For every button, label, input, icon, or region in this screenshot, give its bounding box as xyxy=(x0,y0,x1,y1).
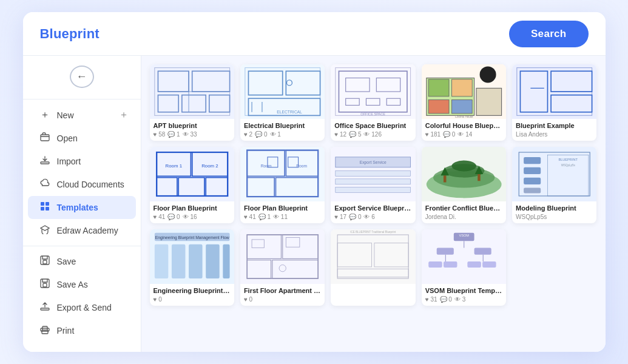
sidebar-item-open[interactable]: Open xyxy=(28,127,136,150)
back-button[interactable]: ← xyxy=(70,66,94,88)
svg-rect-87 xyxy=(524,157,541,164)
svg-rect-40 xyxy=(428,79,449,96)
template-card-export-service[interactable]: Export Service Export Service Blueprint … xyxy=(331,147,415,223)
template-card-example[interactable]: Blueprint Example Lisa Anders xyxy=(512,64,596,141)
svg-rect-4 xyxy=(41,207,44,211)
svg-point-80 xyxy=(451,161,476,172)
sidebar-item-new[interactable]: ＋ New ＋ xyxy=(28,103,136,127)
sidebar-label-open: Open xyxy=(57,133,78,143)
app-container: Blueprint Search ← ＋ New ＋ Open xyxy=(23,12,606,352)
template-card-colorful[interactable]: Colorful House Colorful House Blueprint … xyxy=(422,64,506,141)
template-info-colorful: Colorful House Blueprint ♥ 181 💬 0 👁 14 xyxy=(422,119,506,141)
template-card-floorplan2[interactable]: Room Room Floor Plan Blueprint ♥ 41 💬 1 … xyxy=(240,147,325,223)
cloud-icon xyxy=(39,178,51,190)
svg-rect-44 xyxy=(476,88,502,115)
svg-rect-101 xyxy=(223,244,229,278)
svg-rect-125 xyxy=(444,261,457,268)
sidebar-item-export[interactable]: Export & Send xyxy=(28,296,136,319)
svg-rect-111 xyxy=(332,229,414,284)
sidebar: ← ＋ New ＋ Open Import xyxy=(23,56,141,352)
template-card-frontier[interactable]: Frontier Conflict Blueprints Jordena Di. xyxy=(422,147,506,223)
templates-icon xyxy=(39,201,51,214)
template-card-electrical[interactable]: ELECTRICAL Electrical Blueprint ♥ 2 💬 0 … xyxy=(240,64,325,141)
sidebar-label-templates: Templates xyxy=(57,203,98,212)
template-meta-frontier: Jordena Di. xyxy=(425,214,502,220)
template-meta-example: Lisa Anders xyxy=(516,131,593,138)
svg-text:Room: Room xyxy=(296,164,307,168)
sidebar-item-print[interactable]: Print xyxy=(28,319,136,342)
template-meta-floorplan1: ♥ 41 💬 0 👁 16 xyxy=(154,214,231,220)
template-card-first-floor[interactable]: First Floor Apartment Blueprint ♥ 0 xyxy=(240,229,325,306)
svg-rect-90 xyxy=(524,188,541,194)
sidebar-item-templates[interactable]: Templates xyxy=(28,196,136,219)
template-meta-electrical: ♥ 2 💬 0 👁 1 xyxy=(244,131,321,138)
template-thumbnail-blank: ICE BLUEPRINT Traditional Blueprint xyxy=(331,229,415,284)
template-card-vsom[interactable]: VSOM VSOM Blueprint Template ♥ 31 💬 0 👁 … xyxy=(422,229,506,306)
svg-rect-73 xyxy=(336,179,411,184)
template-meta-modeling: WSQpLp5s xyxy=(516,214,593,220)
template-info-export-service: Export Service Blueprint ♥ 17 💬 0 👁 6 xyxy=(331,201,415,223)
save-icon xyxy=(39,255,51,268)
svg-text:ICE BLUEPRINT Traditional Blue: ICE BLUEPRINT Traditional Blueprint xyxy=(351,231,397,234)
template-info-floorplan1: Floor Plan Blueprint ♥ 41 💬 0 👁 16 xyxy=(150,201,234,223)
template-info-frontier: Frontier Conflict Blueprints Jordena Di. xyxy=(422,201,506,223)
new-icon: ＋ xyxy=(39,109,51,121)
template-card-floorplan1[interactable]: Room 1 Room 2 Floor Plan Blueprint ♥ 41 … xyxy=(150,147,234,223)
template-name-modeling: Modeling Blueprint xyxy=(516,204,593,212)
template-card-engineering[interactable]: Engineering Blueprint Management Flow En… xyxy=(150,229,234,306)
svg-rect-5 xyxy=(46,207,49,211)
template-info-blank xyxy=(331,284,415,292)
svg-rect-72 xyxy=(336,170,411,176)
template-name-electrical: Electrical Blueprint xyxy=(244,122,321,129)
template-name-engineering: Engineering Blueprint Management Flow xyxy=(154,287,231,294)
svg-rect-88 xyxy=(524,167,541,174)
template-info-modeling: Modeling Blueprint WSQpLp5s xyxy=(512,201,596,223)
sidebar-label-print: Print xyxy=(57,326,75,335)
template-name-frontier: Frontier Conflict Blueprints xyxy=(425,204,502,212)
main-content: APT blueprint ♥ 58 💬 1 👁 33 xyxy=(141,56,606,352)
template-name-vsom: VSOM Blueprint Template xyxy=(425,287,502,294)
svg-text:Room: Room xyxy=(261,164,272,168)
search-button[interactable]: Search xyxy=(509,21,589,47)
sidebar-label-export: Export & Send xyxy=(57,303,112,312)
template-meta-apt: ♥ 58 💬 1 👁 33 xyxy=(154,131,231,138)
template-thumbnail-office: OFFICE SPACE xyxy=(331,64,415,119)
sidebar-divider xyxy=(23,99,141,99)
template-info-apt: APT blueprint ♥ 58 💬 1 👁 33 xyxy=(150,119,234,141)
svg-rect-42 xyxy=(428,100,449,114)
template-name-office: Office Space Blueprint xyxy=(334,122,411,129)
import-icon xyxy=(39,155,51,167)
svg-rect-60 xyxy=(241,147,323,201)
sidebar-item-cloud[interactable]: Cloud Documents xyxy=(28,173,136,196)
template-meta-office: ♥ 12 💬 5 👁 126 xyxy=(334,131,411,138)
sidebar-item-import[interactable]: Import xyxy=(28,150,136,173)
svg-rect-99 xyxy=(189,244,203,278)
meta-comments-apt: 💬 1 xyxy=(167,131,180,138)
svg-rect-2 xyxy=(41,202,44,206)
template-card-blank[interactable]: ICE BLUEPRINT Traditional Blueprint xyxy=(331,229,415,306)
template-card-modeling[interactable]: BLUEPRINT WSQpLp5s Modeling Blueprint WS… xyxy=(512,147,596,223)
meta-views-colorful: 👁 14 xyxy=(457,131,472,138)
template-name-first-floor: First Floor Apartment Blueprint xyxy=(244,287,321,294)
template-thumbnail-export-service: Export Service xyxy=(331,147,415,201)
svg-text:Room 2: Room 2 xyxy=(201,163,218,169)
svg-text:Colorful House: Colorful House xyxy=(455,115,473,118)
template-card-office[interactable]: OFFICE SPACE Office Space Blueprint ♥ 12… xyxy=(331,64,415,141)
meta-views-office: 👁 126 xyxy=(363,131,381,138)
svg-rect-126 xyxy=(467,261,481,268)
template-info-office: Office Space Blueprint ♥ 12 💬 5 👁 126 xyxy=(331,119,415,141)
template-name-example: Blueprint Example xyxy=(516,122,593,129)
sidebar-item-save[interactable]: Save xyxy=(28,250,136,273)
svg-text:Engineering Blueprint Manageme: Engineering Blueprint Management Flow xyxy=(155,235,229,240)
sidebar-label-import: Import xyxy=(57,157,81,166)
svg-rect-97 xyxy=(154,244,168,278)
template-card-apt[interactable]: APT blueprint ♥ 58 💬 1 👁 33 xyxy=(150,64,234,141)
template-meta-first-floor: ♥ 0 xyxy=(244,296,321,303)
svg-point-38 xyxy=(479,66,496,83)
add-icon: ＋ xyxy=(119,109,129,121)
sidebar-label-cloud: Cloud Documents xyxy=(57,180,124,189)
sidebar-item-save-as[interactable]: Save As xyxy=(28,273,136,296)
sidebar-item-academy[interactable]: Edraw Academy xyxy=(28,219,136,242)
template-info-vsom: VSOM Blueprint Template ♥ 31 💬 0 👁 3 xyxy=(422,284,506,306)
svg-text:ELECTRICAL: ELECTRICAL xyxy=(277,110,302,114)
